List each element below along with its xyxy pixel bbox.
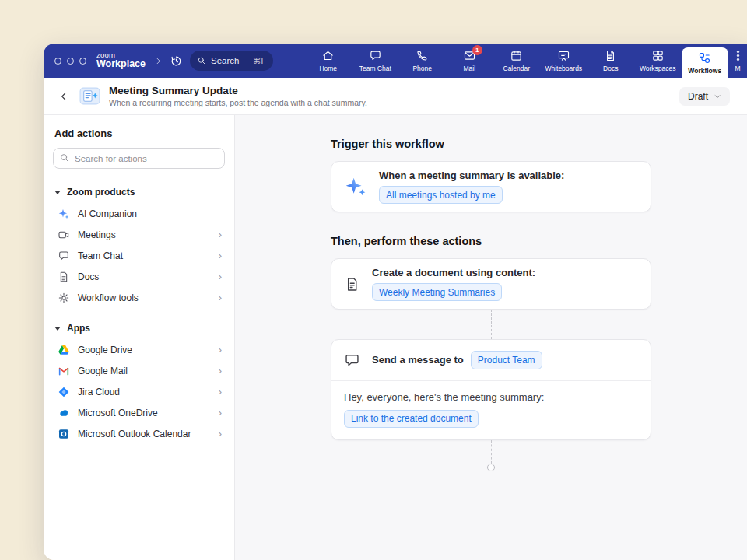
sidebar-item-label: Microsoft Outlook Calendar (78, 429, 191, 439)
chevron-right-icon: › (219, 345, 222, 355)
sidebar-item-label: Google Drive (78, 345, 132, 355)
chat-bubble-icon (344, 352, 360, 368)
collapse-triangle-icon (54, 191, 61, 194)
sidebar-item-jira-cloud[interactable]: Jira Cloud › (53, 381, 225, 402)
sidebar-item-microsoft-outlook-calendar[interactable]: Microsoft Outlook Calendar › (53, 423, 225, 444)
section-label: Apps (67, 323, 90, 334)
sidebar-item-label: Jira Cloud (78, 387, 120, 397)
logo-line2: Workplace (96, 59, 146, 70)
team-chat-icon (58, 250, 70, 262)
history-icon[interactable] (170, 54, 183, 68)
message-recipient-tag[interactable]: Product Team (471, 351, 542, 369)
trigger-card[interactable]: When a meeting summary is available: All… (331, 161, 651, 212)
sidebar-title: Add actions (54, 128, 225, 139)
nav-item-home[interactable]: Home (305, 44, 352, 78)
search-label: Search (211, 56, 239, 65)
chevron-right-icon: › (219, 271, 222, 282)
actions-heading: Then, perform these actions (331, 235, 651, 247)
sidebar-item-workflow-tools[interactable]: Workflow tools › (53, 287, 225, 308)
end-node-circle (487, 464, 495, 471)
gear-icon (58, 292, 70, 304)
actions-sidebar: Add actions Zoom products AI Companion (44, 115, 235, 560)
chevron-right-icon: › (219, 250, 222, 261)
sidebar-item-docs[interactable]: Docs › (53, 266, 225, 287)
section-apps[interactable]: Apps (53, 318, 225, 339)
nav-item-workspaces[interactable]: Workspaces (634, 44, 682, 78)
section-zoom-products[interactable]: Zoom products (53, 182, 225, 203)
window-controls (54, 58, 86, 65)
sidebar-item-meetings[interactable]: Meetings › (53, 224, 225, 245)
action-card-create-document[interactable]: Create a document using content: Weekly … (331, 258, 651, 310)
action-card-send-message[interactable]: Send a message to Product Team Hey, ever… (331, 339, 651, 439)
chevron-right-icon: › (219, 229, 222, 240)
nav-item-whiteboards[interactable]: Whiteboards (540, 44, 587, 78)
document-content-tag[interactable]: Weekly Meeting Summaries (372, 283, 502, 301)
nav-items: Home Team Chat Phone 1 Mail (305, 44, 747, 78)
nav-item-label: Workspaces (640, 65, 676, 72)
status-badge: Draft (688, 91, 708, 102)
sidebar-item-label: AI Companion (78, 208, 137, 219)
sidebar-item-team-chat[interactable]: Team Chat › (53, 245, 225, 266)
mail-icon: 1 (463, 49, 476, 62)
chevron-right-icon: › (219, 429, 222, 439)
nav-item-docs[interactable]: Docs (587, 44, 635, 78)
sidebar-item-google-drive[interactable]: Google Drive › (53, 339, 225, 360)
window-control-dot[interactable] (79, 58, 86, 65)
sidebar-item-label: Microsoft OneDrive (78, 408, 158, 418)
chevron-right-icon: › (219, 387, 222, 397)
document-icon (344, 276, 360, 292)
trigger-text: When a meeting summary is available: (379, 170, 564, 181)
docs-icon (58, 271, 70, 283)
outlook-calendar-icon (58, 428, 70, 440)
actions-search-input[interactable] (53, 148, 225, 169)
sidebar-item-label: Team Chat (78, 250, 123, 261)
nav-item-label: M (735, 65, 740, 72)
actions-search (53, 148, 225, 169)
workspaces-icon (651, 49, 665, 62)
window-control-dot[interactable] (67, 58, 74, 65)
top-nav-bar: zoom Workplace Search ⌘F (44, 44, 747, 78)
nav-item-calendar[interactable]: Calendar (493, 44, 541, 78)
home-icon (321, 49, 335, 62)
collapse-triangle-icon (54, 327, 61, 331)
sidebar-item-google-mail[interactable]: Google Mail › (53, 360, 225, 381)
chevron-right-icon: › (219, 408, 222, 418)
app-window: zoom Workplace Search ⌘F (44, 44, 747, 560)
jira-cloud-icon (58, 386, 70, 398)
workflow-header: Meeting Summary Update When a recurring … (44, 78, 747, 115)
global-search[interactable]: Search ⌘F (190, 51, 273, 71)
message-body-text: Hey, everyone, here's the meeting summar… (344, 391, 638, 403)
connector-line (491, 310, 492, 339)
trigger-scope-tag[interactable]: All meetings hosted by me (379, 186, 503, 204)
window-control-dot[interactable] (54, 58, 61, 65)
back-icon[interactable] (58, 90, 70, 103)
nav-item-more[interactable]: M (728, 44, 747, 78)
nav-item-label: Team Chat (359, 65, 391, 72)
workflow-flow: Trigger this workflow When a meeting sum… (331, 115, 651, 471)
sidebar-item-label: Meetings (78, 229, 116, 240)
mail-unread-badge: 1 (472, 45, 482, 55)
team-chat-icon (369, 49, 382, 62)
action-text: Create a document using content: (372, 267, 535, 278)
workflow-titles: Meeting Summary Update When a recurring … (109, 85, 367, 108)
workflow-thumbnail-icon (79, 86, 100, 107)
chevron-down-icon (714, 93, 721, 100)
search-icon (59, 152, 70, 163)
google-drive-icon (58, 344, 70, 356)
nav-item-label: Whiteboards (545, 65, 582, 72)
panel-expand-chevron-icon[interactable] (154, 57, 163, 65)
status-dropdown[interactable]: Draft (679, 87, 730, 106)
page-title: Meeting Summary Update (109, 85, 367, 96)
nav-item-workflows[interactable]: Workflows (682, 47, 729, 78)
whiteboards-icon (557, 49, 570, 62)
sidebar-item-ai-companion[interactable]: AI Companion (53, 203, 225, 224)
chevron-right-icon: › (219, 366, 222, 376)
sidebar-item-label: Docs (78, 271, 99, 282)
section-label: Zoom products (67, 187, 135, 198)
message-link-tag[interactable]: Link to the created document (344, 410, 479, 428)
nav-item-phone[interactable]: Phone (399, 44, 447, 78)
nav-item-mail[interactable]: 1 Mail (446, 44, 493, 78)
onedrive-icon (58, 407, 70, 419)
sidebar-item-microsoft-onedrive[interactable]: Microsoft OneDrive › (53, 402, 225, 423)
nav-item-team-chat[interactable]: Team Chat (352, 44, 399, 78)
